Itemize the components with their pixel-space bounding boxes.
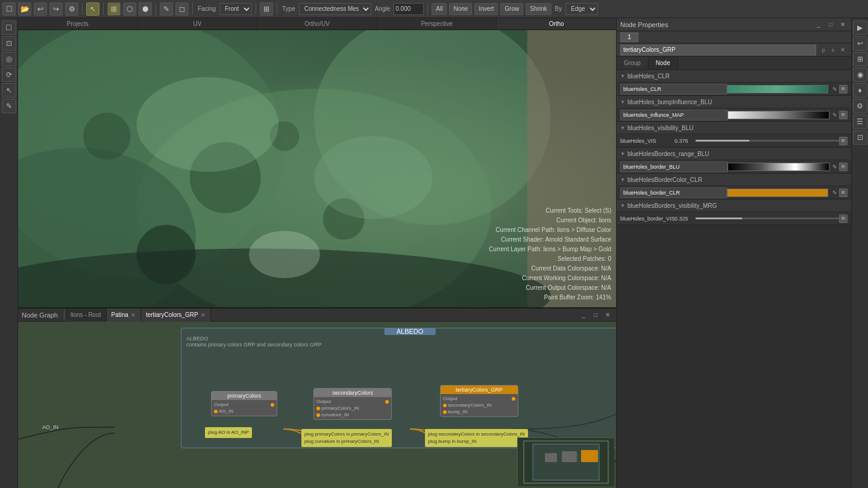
prop-slider-borders-vis[interactable]	[696, 217, 839, 219]
lasso-btn[interactable]: ⬡	[123, 2, 136, 16]
new-file-btn[interactable]: ☐	[2, 2, 16, 16]
tab-perspective[interactable]: Perspective	[377, 18, 497, 30]
right-icon-diamond[interactable]: ♦	[853, 83, 867, 98]
none-btn[interactable]: None	[449, 3, 472, 15]
grid-btn[interactable]: ⊞	[107, 2, 121, 16]
info-line3: Current Channel Path: lions > Diffuse Co…	[489, 225, 611, 235]
node-graph-canvas[interactable]: AO_IN curvature_IN ALBEDO ALBEDOcontains…	[18, 322, 616, 488]
redo-btn[interactable]: ↪	[49, 2, 63, 16]
prop-section-visibility-header[interactable]: ▼ blueHoles_visibility_BLU	[617, 122, 851, 134]
triangle-icon4: ▼	[620, 151, 625, 157]
prop-section-blueholes-clr-header[interactable]: ▼ blueHoles_CLR	[617, 70, 851, 82]
group-x-btn[interactable]: ✕	[838, 45, 848, 55]
left-icon-circle[interactable]: ◎	[2, 52, 16, 66]
ng-tab-patina-close[interactable]: ✕	[131, 312, 136, 318]
mesh-type-select[interactable]: Connectedness Mesh	[299, 3, 371, 15]
ng-tab-lions-root[interactable]: lions - Root	[66, 308, 107, 322]
prop-r-visibility[interactable]: R	[839, 137, 848, 145]
right-icon-gear[interactable]: ⚙	[853, 99, 867, 113]
tab-orthouv[interactable]: Ortho/UV	[257, 18, 377, 30]
angle-input[interactable]	[394, 3, 424, 15]
rp-expand-btn[interactable]: □	[826, 20, 835, 30]
prop-gradient-dark-bumpinfluence[interactable]	[728, 111, 830, 119]
port-tc-bump-label: bump_IN	[448, 409, 467, 414]
edge-select[interactable]: Edge	[565, 3, 598, 15]
polygon-btn[interactable]: ⬢	[139, 2, 152, 16]
left-icon-grid[interactable]: ⊡	[2, 36, 16, 51]
grow-btn[interactable]: Grow	[500, 3, 523, 15]
right-icon-layout[interactable]: ⊡	[853, 130, 867, 145]
left-icon-new[interactable]: ☐	[2, 20, 16, 35]
prop-slider-fill-borders-vis	[696, 217, 742, 219]
viewport-tabs: Projects UV Ortho/UV Perspective Ortho	[18, 18, 616, 30]
prop-section-borders-vis-header[interactable]: ▼ blueHolesBorders_visibility_MRG	[617, 199, 851, 211]
invert-btn[interactable]: Invert	[474, 3, 498, 15]
node-primarycolors[interactable]: primaryColors Output AO_IN	[211, 391, 277, 416]
index-input[interactable]	[620, 33, 638, 42]
mode-btn[interactable]: ⊞	[260, 2, 273, 16]
prop-edit-borders-range[interactable]: ✎	[831, 163, 839, 171]
prop-section-borders-range-header[interactable]: ▼ blueHolesBorders_range_BLU	[617, 148, 851, 160]
right-icon-grid2[interactable]: ⊞	[853, 52, 867, 66]
select-btn[interactable]: ↖	[86, 2, 99, 16]
eraser-btn[interactable]: ◻	[175, 2, 189, 16]
prop-r-borders-range[interactable]: R	[839, 163, 848, 171]
prop-section-bordercolor-header[interactable]: ▼ blueHolesBorderColor_CLR	[617, 174, 851, 186]
group-name-input[interactable]	[620, 45, 816, 55]
node-secondarycolors[interactable]: secondaryColors Output primaryColors_IN	[313, 388, 392, 420]
prop-vis-name: blueHoles_VIS	[620, 138, 675, 144]
ng-minimize-btn[interactable]: _	[579, 310, 588, 320]
left-icon-edit[interactable]: ✎	[2, 99, 16, 113]
right-icon-menu[interactable]: ☰	[853, 114, 867, 129]
prop-color-bordercolor[interactable]	[727, 189, 829, 197]
prop-edit-bordercolor[interactable]: ✎	[831, 189, 839, 197]
tab-uv[interactable]: UV	[138, 18, 258, 30]
viewport[interactable]: Current Tools: Select (S) Current Object…	[18, 30, 616, 307]
ng-expand-btn[interactable]: □	[591, 310, 600, 320]
prop-r-bumpinfluence[interactable]: R	[839, 111, 848, 119]
node-secondarycolors-header: secondaryColors	[314, 389, 391, 397]
rp-minimize-btn[interactable]: _	[814, 20, 823, 30]
right-icon-undo[interactable]: ↩	[853, 36, 867, 51]
prop-edit-blueholes-clr[interactable]: ✎	[831, 85, 839, 93]
ng-tab-tertiary-close[interactable]: ✕	[201, 312, 206, 318]
left-icon-refresh[interactable]: ⟳	[2, 67, 16, 82]
ng-close-btn[interactable]: ✕	[603, 310, 612, 320]
group-p-btn[interactable]: p	[819, 45, 828, 55]
prop-name-bumpinfluence[interactable]	[620, 110, 728, 120]
node-tertiarycolors[interactable]: tertiaryColors_GRP Output secondaryColor…	[440, 385, 518, 417]
prop-name-blueholes-clr[interactable]	[620, 84, 727, 95]
prop-name-bordercolor[interactable]	[620, 187, 727, 198]
tab-ortho[interactable]: Ortho	[497, 18, 616, 30]
prop-r-bordercolor[interactable]: R	[839, 189, 848, 197]
right-icon-play[interactable]: ▶	[853, 20, 867, 35]
front-select[interactable]: Front	[219, 3, 252, 15]
shrink-btn[interactable]: Shrink	[526, 3, 551, 15]
prop-r-borders-vis[interactable]: R	[839, 214, 848, 223]
port-tc-bump-dot	[443, 410, 447, 414]
rp-close-btn[interactable]: ✕	[838, 20, 848, 30]
prop-gradient-borders-range[interactable]	[728, 163, 830, 171]
left-icon-arrow[interactable]: ↖	[2, 83, 16, 98]
paint-btn[interactable]: ✎	[160, 2, 173, 16]
rp-group-name: p s ✕	[617, 43, 851, 57]
settings-btn[interactable]: ⚙	[65, 2, 78, 16]
all-btn[interactable]: All	[432, 3, 447, 15]
prop-color-blueholes-clr[interactable]	[727, 85, 829, 93]
tab-projects[interactable]: Projects	[18, 18, 138, 30]
rp-tab-group[interactable]: Group	[617, 57, 649, 69]
ng-tab-patina[interactable]: Patina ✕	[107, 308, 141, 322]
ng-tab-tertiary[interactable]: tertiaryColors_GRP ✕	[141, 308, 211, 322]
undo-btn[interactable]: ↩	[34, 2, 47, 16]
sep1	[82, 3, 83, 15]
prop-name-borders-range[interactable]	[620, 161, 728, 172]
open-btn[interactable]: 📂	[18, 2, 31, 16]
prop-slider-visibility[interactable]	[696, 140, 839, 142]
rp-tab-node[interactable]: Node	[649, 57, 678, 69]
prop-edit-bumpinfluence[interactable]: ✎	[831, 111, 839, 119]
group-s-btn[interactable]: s	[828, 45, 838, 55]
toolbar: ☐ 📂 ↩ ↪ ⚙ ↖ ⊞ ⬡ ⬢ ✎ ◻ Facing Front ⊞ Typ…	[0, 0, 868, 18]
right-icon-circle2[interactable]: ◉	[853, 67, 867, 82]
prop-r-blueholes-clr[interactable]: R	[839, 85, 848, 93]
prop-section-bumpinfluence-header[interactable]: ▼ blueHoles_bumpInfluence_BLU	[617, 96, 851, 108]
